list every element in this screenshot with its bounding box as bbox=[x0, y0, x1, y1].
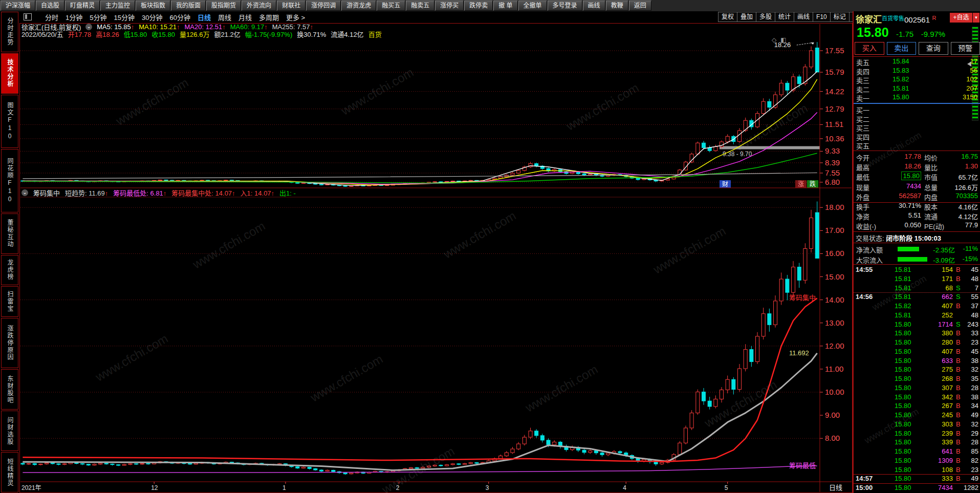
stat-value: 18.26 bbox=[883, 162, 921, 170]
book-row-ask[interactable]: 卖三15.82102 bbox=[854, 75, 980, 84]
tx-price: 15.80 bbox=[895, 338, 918, 346]
sidebar-item-同花顺F10[interactable]: 同花顺F10 bbox=[1, 149, 18, 212]
trade-button-查询[interactable]: 查询 bbox=[919, 42, 948, 55]
stat-row-收益(-): 收益(-)0.050PE(动)77.9 bbox=[854, 221, 980, 231]
menu-item-财联社[interactable]: 财联社 bbox=[277, 1, 306, 11]
book-row-ask[interactable]: 卖五15.8417 bbox=[854, 57, 980, 67]
timeframe-tab-60分钟[interactable]: 60分钟 bbox=[169, 12, 190, 22]
tx-volume: 1714 bbox=[916, 320, 953, 328]
menu-item-融卖五[interactable]: 融卖五 bbox=[406, 1, 434, 11]
book-row-bid[interactable]: 买二 bbox=[854, 114, 980, 123]
menu-item-涨停回调[interactable]: 涨停回调 bbox=[306, 1, 341, 11]
book-row-ask[interactable]: 卖四15.8356 bbox=[854, 67, 980, 76]
menu-item-教鞭[interactable]: 教鞭 bbox=[606, 1, 628, 11]
svg-text:4: 4 bbox=[623, 484, 626, 491]
menu-item-自选股[interactable]: 自选股 bbox=[36, 1, 64, 11]
timeframe-tab-更多 >[interactable]: 更多 > bbox=[286, 12, 305, 22]
menu-item-主力监控[interactable]: 主力监控 bbox=[100, 1, 135, 11]
svg-text:14.22: 14.22 bbox=[825, 87, 844, 96]
menu-item-画线[interactable]: 画线 bbox=[583, 1, 605, 11]
sidebar-item-技术分析[interactable]: 技术分析 bbox=[1, 53, 18, 94]
candlestick-chart-svg[interactable]: 17.5515.7914.2212.7911.5110.369.338.397.… bbox=[19, 23, 853, 493]
book-row-ask[interactable]: 卖二15.81207 bbox=[854, 84, 980, 94]
book-level-label: 买一 bbox=[856, 105, 869, 115]
stock-industry: 百货零售 bbox=[882, 15, 904, 22]
sidebar-item-涨跌停原因[interactable]: 涨跌停原因 bbox=[1, 318, 18, 368]
sidebar-item-短线精灵[interactable]: 短线精灵 bbox=[1, 452, 18, 492]
layout-toggle-icon[interactable] bbox=[24, 13, 32, 20]
book-row-bid[interactable]: 买三 bbox=[854, 123, 980, 132]
timeframe-tab-15分钟[interactable]: 15分钟 bbox=[114, 12, 134, 22]
timeframe-tab-日线[interactable]: 日线 bbox=[198, 12, 211, 22]
menu-item-融买五[interactable]: 融买五 bbox=[377, 1, 405, 11]
book-price: 15.84 bbox=[892, 57, 921, 65]
tool-button-复权[interactable]: 复权 bbox=[718, 12, 737, 22]
timeframe-tab-30分钟[interactable]: 30分钟 bbox=[142, 12, 162, 22]
tx-count: 82 bbox=[961, 457, 978, 464]
svg-text:16.00: 16.00 bbox=[825, 249, 844, 258]
tool-button-叠加[interactable]: 叠加 bbox=[737, 12, 756, 22]
tx-count: 48 bbox=[961, 311, 978, 319]
menu-item-股指期货[interactable]: 股指期货 bbox=[206, 1, 241, 11]
svg-text:涨: 涨 bbox=[798, 180, 804, 188]
timeframe-tab-月线[interactable]: 月线 bbox=[238, 12, 252, 22]
tool-button-F10[interactable]: F10 bbox=[813, 12, 831, 22]
svg-text:跌: 跌 bbox=[810, 180, 816, 188]
book-row-bid[interactable]: 买一 bbox=[854, 105, 980, 114]
sidebar-item-分时走势[interactable]: 分时走势 bbox=[1, 12, 18, 52]
svg-text:17.55: 17.55 bbox=[825, 46, 844, 55]
svg-text:8.39: 8.39 bbox=[825, 158, 840, 167]
timeframe-tab-周线[interactable]: 周线 bbox=[218, 12, 231, 22]
menu-item-跌停卖[interactable]: 跌停卖 bbox=[464, 1, 493, 11]
sidebar-item-图文F10[interactable]: 图文F10 bbox=[1, 95, 18, 148]
tool-button-统计[interactable]: 统计 bbox=[775, 12, 794, 22]
flow-pct: -15% bbox=[957, 255, 978, 263]
trade-button-买入[interactable]: 买入 bbox=[855, 42, 884, 55]
book-qty: 207 bbox=[930, 84, 977, 92]
stat-label: 内盘 bbox=[924, 192, 938, 202]
menu-item-外资流向[interactable]: 外资流向 bbox=[242, 1, 276, 11]
sidebar-item-扫雷宝[interactable]: 扫雷宝 bbox=[1, 286, 18, 317]
trade-button-预警[interactable]: 预警 bbox=[951, 42, 980, 55]
sidebar-item-问财选股[interactable]: 问财选股 bbox=[1, 411, 18, 451]
sidebar-item-董秘互动[interactable]: 董秘互动 bbox=[1, 213, 18, 254]
tx-count: 38 bbox=[961, 357, 978, 365]
menu-item-多号登录[interactable]: 多号登录 bbox=[548, 1, 582, 11]
book-row-bid[interactable]: 买五 bbox=[854, 141, 980, 150]
watchlist-caret-icon[interactable]: ▼ bbox=[973, 13, 979, 23]
tx-count: 48 bbox=[961, 275, 978, 283]
sidebar-item-label: 董秘互动 bbox=[6, 219, 13, 248]
timeframe-tab-分时[interactable]: 分时 bbox=[45, 12, 58, 22]
menu-item-返回[interactable]: 返回 bbox=[629, 1, 651, 11]
tool-button-标记[interactable]: 标记 bbox=[830, 12, 850, 22]
separator bbox=[854, 202, 980, 203]
svg-text:2: 2 bbox=[396, 484, 400, 491]
tx-volume: 108 bbox=[916, 466, 953, 474]
menu-item-板块指数[interactable]: 板块指数 bbox=[136, 1, 170, 11]
menu-item-游资龙虎[interactable]: 游资龙虎 bbox=[341, 1, 376, 11]
menu-item-撤 单[interactable]: 撤 单 bbox=[493, 1, 517, 11]
book-qty: 3150 bbox=[930, 93, 977, 101]
stat-value: 703355 bbox=[940, 192, 978, 200]
book-row-ask[interactable]: 卖一15.803150 bbox=[854, 93, 980, 102]
tx-volume: 7434 bbox=[916, 484, 953, 491]
timeframe-tab-1分钟[interactable]: 1分钟 bbox=[66, 12, 82, 22]
sidebar-item-龙虎榜[interactable]: 龙虎榜 bbox=[1, 255, 18, 286]
menu-item-沪深涨幅[interactable]: 沪深涨幅 bbox=[1, 1, 35, 11]
menu-item-全撤单[interactable]: 全撤单 bbox=[518, 1, 547, 11]
menu-item-我的版面[interactable]: 我的版面 bbox=[171, 1, 206, 11]
tool-button-画线[interactable]: 画线 bbox=[794, 12, 813, 22]
sidebar-item-东财股吧[interactable]: 东财股吧 bbox=[1, 369, 18, 410]
add-watchlist-button[interactable]: +自选 bbox=[950, 13, 972, 23]
book-row-bid[interactable]: 买四 bbox=[854, 132, 980, 141]
trade-button-卖出[interactable]: 卖出 bbox=[887, 42, 917, 55]
menu-item-涨停买[interactable]: 涨停买 bbox=[435, 1, 464, 11]
pane-control-icons[interactable]: ◇◧ bbox=[772, 36, 791, 44]
tool-button-多股[interactable]: 多股 bbox=[756, 12, 775, 22]
book-price: 15.83 bbox=[892, 67, 921, 74]
book-mid-separator bbox=[854, 103, 980, 104]
timeframe-tab-多周期[interactable]: 多周期 bbox=[259, 12, 279, 22]
menu-item-盯盘精灵[interactable]: 盯盘精灵 bbox=[65, 1, 100, 11]
sidebar-item-label: 短线精灵 bbox=[6, 458, 13, 487]
timeframe-tab-5分钟[interactable]: 5分钟 bbox=[90, 12, 106, 22]
